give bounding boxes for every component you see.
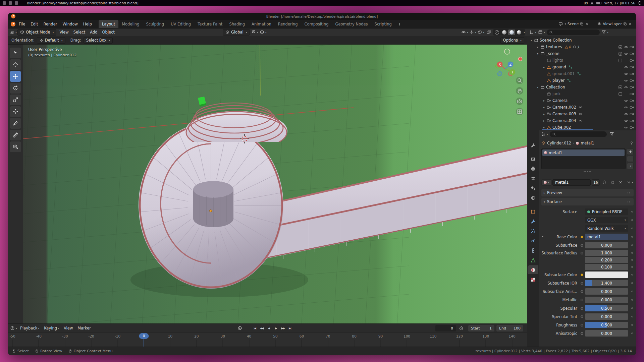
outliner-filter-button[interactable]: ▾ <box>601 29 608 36</box>
toggle-eye-icon[interactable] <box>623 119 629 123</box>
tool-cursor[interactable] <box>10 59 21 70</box>
sss-method-dropdown[interactable]: Random Walk▾ <box>585 225 628 232</box>
outliner-editor-type-button[interactable]: ▾ <box>529 29 536 36</box>
color-swatch[interactable] <box>585 272 628 278</box>
xray-toggle[interactable] <box>485 29 492 36</box>
outliner-row-camera-002[interactable]: ▸Camera.002 <box>527 104 636 111</box>
viewport-menu-object[interactable]: Object <box>100 29 117 35</box>
decorator-dot[interactable] <box>631 282 633 284</box>
outliner-row-ground-001[interactable]: ground.001 <box>527 70 636 77</box>
menu-render[interactable]: Render <box>41 21 60 27</box>
disclosure-right-icon[interactable]: ▸ <box>542 99 546 102</box>
timeline-menu-keying[interactable]: Keying▾ <box>42 325 61 331</box>
toggle-cam-icon[interactable] <box>629 85 635 89</box>
properties-tab-constraints[interactable] <box>528 246 538 254</box>
taskbar-app-icon[interactable] <box>3 1 6 5</box>
shading-wireframe-button[interactable] <box>493 29 500 35</box>
add-slot-button[interactable] <box>627 148 634 155</box>
workspace-tab-animation[interactable]: Animation <box>248 20 275 28</box>
tool-rotate[interactable] <box>10 83 21 94</box>
tool-transform[interactable] <box>10 106 21 117</box>
snap-toggle[interactable]: ▾ <box>251 29 258 36</box>
unlink-scene-icon[interactable] <box>585 22 589 26</box>
current-frame-field[interactable]: 0 <box>435 325 456 331</box>
frame-start-field[interactable]: Start1 <box>468 325 494 331</box>
new-scene-icon[interactable] <box>580 22 584 26</box>
value-slider[interactable]: 0.500 <box>585 322 628 328</box>
viewport-menu-select[interactable]: Select <box>71 29 88 35</box>
shading-solid-button[interactable] <box>501 29 508 35</box>
viewport-menu-add[interactable]: Add <box>88 29 100 35</box>
remove-slot-button[interactable] <box>627 156 634 162</box>
viewlayer-selector[interactable]: ViewLayer <box>596 21 633 27</box>
frame-end-field[interactable]: End100 <box>496 325 523 331</box>
toggle-check-off-icon[interactable] <box>618 92 623 96</box>
proportional-edit-toggle[interactable]: ▾ <box>260 29 267 36</box>
toggle-cam-icon[interactable] <box>629 72 635 76</box>
outliner-row-scene-collection[interactable]: ▾Scene Collection <box>527 37 636 44</box>
new-material-button[interactable] <box>609 179 616 186</box>
value-slider[interactable]: 0.000 <box>585 297 628 303</box>
toggle-eye-icon[interactable] <box>623 72 629 76</box>
outliner-row-camera-004[interactable]: ▸Camera.004 <box>527 117 636 124</box>
disclosure-right-icon[interactable]: ▸ <box>536 46 540 49</box>
add-workspace-button[interactable]: + <box>395 21 404 26</box>
timeline-ruler[interactable]: 0 -50-40-30-20-1001020304050607080901001… <box>8 333 527 347</box>
properties-tab-output[interactable] <box>528 165 538 173</box>
remove-viewlayer-icon[interactable] <box>628 22 632 26</box>
toggle-eye-icon[interactable] <box>623 125 629 130</box>
material-slot-list[interactable]: metal1 <box>541 148 626 169</box>
decorator-dot[interactable] <box>631 266 633 268</box>
fake-user-toggle[interactable] <box>601 179 608 186</box>
toggle-eye-icon[interactable] <box>623 112 629 116</box>
shading-material-button[interactable] <box>508 29 515 35</box>
value-slider[interactable]: 0.000 <box>585 313 628 320</box>
toggle-cam-icon[interactable] <box>629 58 635 63</box>
center-column[interactable] <box>193 181 233 227</box>
transport-prev-keyframe-button[interactable]: ◀◀ <box>259 325 265 331</box>
editor-type-button[interactable]: ▾ <box>10 29 17 36</box>
toggle-eye-icon[interactable] <box>623 45 629 49</box>
outliner-row-collection[interactable]: ▾Collection <box>527 84 636 90</box>
decorator-dot[interactable] <box>631 291 633 292</box>
toggle-eye-icon[interactable] <box>623 105 629 110</box>
timeline-playhead[interactable]: 0 <box>139 333 149 339</box>
properties-tab-modifiers[interactable] <box>528 217 538 225</box>
blender-menu-icon[interactable] <box>11 22 15 26</box>
toggle-cam-icon[interactable] <box>629 105 635 110</box>
properties-tab-particles[interactable] <box>528 227 538 235</box>
properties-tab-world[interactable] <box>528 194 538 202</box>
menu-edit[interactable]: Edit <box>28 21 41 27</box>
use-preview-range-toggle[interactable] <box>459 326 464 330</box>
properties-tab-texture[interactable] <box>528 276 538 284</box>
toggle-cam-icon[interactable] <box>629 119 635 123</box>
disclosure-right-icon[interactable]: ▸ <box>542 119 546 122</box>
decorator-dot[interactable] <box>631 244 633 246</box>
decorator-dot[interactable] <box>631 252 633 254</box>
battery-icon[interactable] <box>596 2 601 4</box>
new-viewlayer-icon[interactable] <box>623 22 627 26</box>
zoom-button[interactable] <box>516 77 523 84</box>
material-filter-button[interactable]: ▾ <box>627 179 634 186</box>
distribution-dropdown[interactable]: GGX▾ <box>585 217 628 223</box>
decorator-dot[interactable] <box>631 259 633 261</box>
value-slider[interactable]: 0.000 <box>585 330 628 337</box>
camera-view-button[interactable] <box>516 98 523 105</box>
menu-help[interactable]: Help <box>80 21 95 27</box>
disclosure-down-icon[interactable]: ▾ <box>536 52 540 55</box>
list-resize-grip[interactable] <box>541 169 634 173</box>
workspace-tab-shading[interactable]: Shading <box>226 20 248 28</box>
properties-tab-tool[interactable] <box>528 141 538 149</box>
decorator-dot[interactable] <box>631 299 633 301</box>
tool-annotate[interactable] <box>10 118 21 129</box>
workspace-tab-layout[interactable]: Layout <box>99 20 118 28</box>
surface-section-header[interactable]: ▾Surface <box>541 198 634 205</box>
outliner-row-lights[interactable]: lights <box>527 57 636 64</box>
properties-tab-render[interactable] <box>528 155 538 163</box>
toggle-cam-icon[interactable] <box>629 99 635 103</box>
toggle-check-on-icon[interactable] <box>618 52 623 56</box>
toggle-eye-icon[interactable] <box>623 99 629 103</box>
toggle-eye-icon[interactable] <box>623 85 629 89</box>
light-object[interactable] <box>519 57 522 61</box>
decorator-dot[interactable] <box>631 274 633 276</box>
